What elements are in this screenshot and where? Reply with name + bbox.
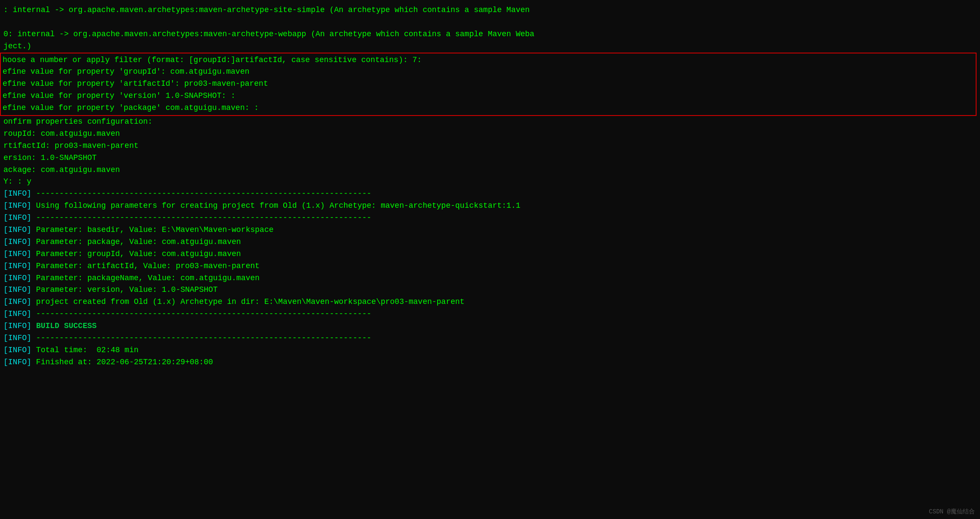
terminal-line-12: rtifactId: pro03-maven-parent xyxy=(0,140,980,152)
terminal-line-2 xyxy=(0,16,980,28)
highlight-box: hoose a number or apply filter (format: … xyxy=(0,53,977,116)
terminal-line-26: [INFO] ---------------------------------… xyxy=(0,308,980,320)
terminal-line-21: [INFO] Parameter: groupId, Value: com.at… xyxy=(0,248,980,260)
terminal-line-23: [INFO] Parameter: packageName, Value: co… xyxy=(0,272,980,285)
watermark: CSDN @魔仙结合 xyxy=(929,508,975,516)
terminal-line-1: : internal -> org.apache.maven.archetype… xyxy=(0,4,980,16)
terminal-line-30: [INFO] Finished at: 2022-06-25T21:20:29+… xyxy=(0,356,980,369)
terminal-line-16: [INFO] ---------------------------------… xyxy=(0,188,980,200)
terminal-line-14: ackage: com.atguigu.maven xyxy=(0,164,980,176)
terminal-line-4: ject.) xyxy=(0,41,980,53)
terminal-line-8: efine value for property 'version' 1.0-S… xyxy=(1,90,976,102)
terminal-line-5: hoose a number or apply filter (format: … xyxy=(1,54,976,66)
terminal-line-20: [INFO] Parameter: package, Value: com.at… xyxy=(0,236,980,248)
terminal-line-24: [INFO] Parameter: version, Value: 1.0-SN… xyxy=(0,284,980,296)
terminal-line-17: [INFO] Using following parameters for cr… xyxy=(0,200,980,212)
terminal-line-15: Y: : y xyxy=(0,176,980,188)
terminal-line-9: efine value for property 'package' com.a… xyxy=(1,102,976,114)
terminal-line-7: efine value for property 'artifactId': p… xyxy=(1,78,976,90)
terminal-line-13: ersion: 1.0-SNAPSHOT xyxy=(0,152,980,164)
terminal-line-10: onfirm properties configuration: xyxy=(0,116,980,128)
terminal-line-3: 0: internal -> org.apache.maven.archetyp… xyxy=(0,28,980,41)
terminal-line-18: [INFO] ---------------------------------… xyxy=(0,212,980,224)
terminal-line-28: [INFO] ---------------------------------… xyxy=(0,332,980,344)
terminal-line-27: [INFO] BUILD SUCCESS xyxy=(0,320,980,332)
terminal-window: : internal -> org.apache.maven.archetype… xyxy=(0,0,980,373)
terminal-line-29: [INFO] Total time: 02:48 min xyxy=(0,344,980,356)
terminal-line-22: [INFO] Parameter: artifactId, Value: pro… xyxy=(0,260,980,272)
terminal-line-25: [INFO] project created from Old (1.x) Ar… xyxy=(0,296,980,308)
terminal-line-11: roupId: com.atguigu.maven xyxy=(0,128,980,140)
terminal-line-6: efine value for property 'groupId': com.… xyxy=(1,66,976,78)
terminal-line-19: [INFO] Parameter: basedir, Value: E:\Mav… xyxy=(0,224,980,236)
